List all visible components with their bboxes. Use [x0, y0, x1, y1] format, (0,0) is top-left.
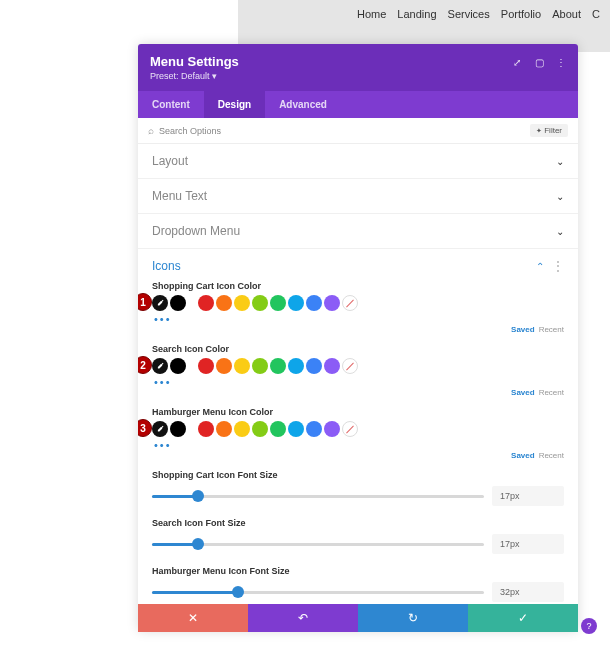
step-badge: 1 — [138, 293, 152, 311]
saved-link[interactable]: Saved — [511, 388, 535, 397]
swatch[interactable] — [216, 421, 232, 437]
eyedropper-icon[interactable] — [152, 295, 168, 311]
nav-home[interactable]: Home — [357, 8, 386, 20]
section-dropdown[interactable]: Dropdown Menu⌄ — [138, 214, 578, 249]
saved-recent: SavedRecent — [138, 325, 578, 340]
nav-more[interactable]: C — [592, 8, 600, 20]
swatch[interactable] — [324, 358, 340, 374]
tab-content[interactable]: Content — [138, 91, 204, 118]
more-swatches[interactable]: ••• — [138, 376, 578, 388]
redo-button[interactable]: ↻ — [358, 604, 468, 632]
swatch[interactable] — [216, 295, 232, 311]
size-field-label: Shopping Cart Icon Font Size — [138, 466, 578, 482]
step-badge: 3 — [138, 419, 152, 437]
preset-selector[interactable]: Preset: Default ▾ — [150, 71, 566, 81]
slider-thumb[interactable] — [192, 538, 204, 550]
color-field-label: Hamburger Menu Icon Color — [138, 403, 578, 419]
swatch[interactable] — [288, 295, 304, 311]
swatch[interactable] — [288, 421, 304, 437]
slider-row: 17px — [138, 482, 578, 514]
undo-button[interactable]: ↶ — [248, 604, 358, 632]
section-menu-text[interactable]: Menu Text⌄ — [138, 179, 578, 214]
help-button[interactable]: ? — [581, 618, 597, 634]
swatch[interactable] — [234, 421, 250, 437]
search-icon: ⌕ — [148, 125, 154, 136]
color-field-label: Shopping Cart Icon Color — [138, 277, 578, 293]
recent-link[interactable]: Recent — [539, 451, 564, 460]
swatch-none[interactable] — [342, 358, 358, 374]
saved-recent: SavedRecent — [138, 388, 578, 403]
saved-recent: SavedRecent — [138, 451, 578, 466]
swatch-black[interactable] — [170, 358, 186, 374]
swatch[interactable] — [324, 295, 340, 311]
panel-header: Menu Settings Preset: Default ▾ ⤢ ▢ ⋮ — [138, 44, 578, 91]
swatch[interactable] — [270, 358, 286, 374]
settings-panel: Menu Settings Preset: Default ▾ ⤢ ▢ ⋮ Co… — [138, 44, 578, 631]
recent-link[interactable]: Recent — [539, 388, 564, 397]
swatch[interactable] — [198, 358, 214, 374]
nav-landing[interactable]: Landing — [397, 8, 436, 20]
section-icons[interactable]: Icons⌃⋮ — [138, 249, 578, 277]
panel-body[interactable]: ⌕ Search Options ✦Filter Layout⌄ Menu Te… — [138, 118, 578, 631]
swatch[interactable] — [270, 295, 286, 311]
swatch[interactable] — [324, 421, 340, 437]
swatch[interactable] — [252, 358, 268, 374]
slider-row: 17px — [138, 530, 578, 562]
tab-advanced[interactable]: Advanced — [265, 91, 341, 118]
swatch[interactable] — [252, 295, 268, 311]
expand-icon[interactable]: ⤢ — [510, 55, 524, 69]
size-value[interactable]: 32px — [492, 582, 564, 602]
tabs: Content Design Advanced — [138, 91, 578, 118]
swatch-none[interactable] — [342, 295, 358, 311]
eyedropper-icon[interactable] — [152, 421, 168, 437]
action-bar: ✕ ↶ ↻ ✓ — [138, 604, 578, 632]
swatch[interactable] — [270, 421, 286, 437]
nav-about[interactable]: About — [552, 8, 581, 20]
more-swatches[interactable]: ••• — [138, 313, 578, 325]
size-value[interactable]: 17px — [492, 534, 564, 554]
swatch-black[interactable] — [170, 421, 186, 437]
swatch-row: 3 — [138, 419, 578, 439]
dock-icon[interactable]: ▢ — [532, 55, 546, 69]
saved-link[interactable]: Saved — [511, 451, 535, 460]
swatch[interactable] — [288, 358, 304, 374]
swatch[interactable] — [306, 421, 322, 437]
swatch[interactable] — [306, 295, 322, 311]
search-input[interactable]: Search Options — [159, 126, 530, 136]
size-field-label: Hamburger Menu Icon Font Size — [138, 562, 578, 578]
slider-thumb[interactable] — [232, 586, 244, 598]
swatch[interactable] — [198, 421, 214, 437]
swatch[interactable] — [216, 358, 232, 374]
swatch[interactable] — [252, 421, 268, 437]
swatch-none[interactable] — [342, 421, 358, 437]
tab-design[interactable]: Design — [204, 91, 265, 118]
nav: Home Landing Services Portfolio About C — [353, 0, 610, 28]
nav-services[interactable]: Services — [448, 8, 490, 20]
size-field-label: Search Icon Font Size — [138, 514, 578, 530]
step-badge: 2 — [138, 356, 152, 374]
section-layout[interactable]: Layout⌄ — [138, 144, 578, 179]
recent-link[interactable]: Recent — [539, 325, 564, 334]
more-swatches[interactable]: ••• — [138, 439, 578, 451]
swatch[interactable] — [198, 295, 214, 311]
filter-button[interactable]: ✦Filter — [530, 124, 568, 137]
cancel-button[interactable]: ✕ — [138, 604, 248, 632]
swatch-black[interactable] — [170, 295, 186, 311]
slider-track[interactable] — [152, 591, 484, 594]
swatch[interactable] — [234, 358, 250, 374]
nav-portfolio[interactable]: Portfolio — [501, 8, 541, 20]
slider-thumb[interactable] — [192, 490, 204, 502]
search-row: ⌕ Search Options ✦Filter — [138, 118, 578, 144]
menu-icon[interactable]: ⋮ — [554, 55, 568, 69]
swatch[interactable] — [234, 295, 250, 311]
saved-link[interactable]: Saved — [511, 325, 535, 334]
slider-track[interactable] — [152, 543, 484, 546]
swatch[interactable] — [306, 358, 322, 374]
save-button[interactable]: ✓ — [468, 604, 578, 632]
section-more-icon[interactable]: ⋮ — [552, 259, 564, 273]
size-value[interactable]: 17px — [492, 486, 564, 506]
slider-track[interactable] — [152, 495, 484, 498]
chevron-up-icon: ⌃ — [536, 261, 544, 272]
eyedropper-icon[interactable] — [152, 358, 168, 374]
chevron-down-icon: ⌄ — [556, 156, 564, 167]
